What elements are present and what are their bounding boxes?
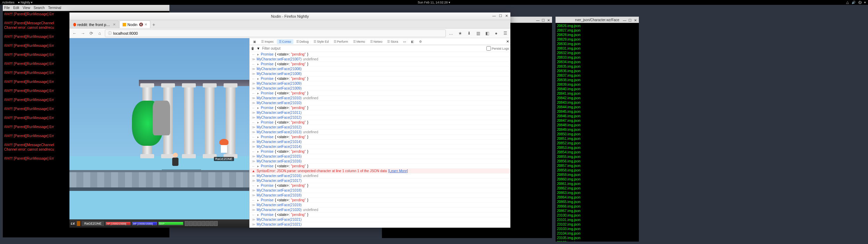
game-viewport[interactable]: Spiegelmann Monster Carnival RaGEZONE LV… (69, 38, 249, 228)
console-row-promise[interactable]: ←▸Promise { <state>: "pending" } (250, 120, 510, 125)
menu-terminal[interactable]: Terminal (48, 6, 61, 10)
console-row-call[interactable]: ≫MyCharacter.setFace(21008) (250, 67, 510, 71)
console-row-call[interactable]: ≫MyCharacter.setFace(21015) (250, 154, 510, 159)
extension-icon[interactable]: ● (493, 30, 499, 36)
minimize-button[interactable]: — (536, 18, 540, 22)
maximize-button[interactable]: ☐ (542, 18, 545, 22)
expand-icon[interactable]: ▸ (257, 164, 259, 168)
console-row-promise[interactable]: ←▸Promise { <state>: "pending" } (250, 227, 510, 228)
slot[interactable] (206, 221, 209, 226)
expand-icon[interactable]: ▸ (257, 52, 259, 56)
slot[interactable] (210, 221, 214, 226)
console-row-error[interactable]: ▲ SyntaxError: JSON.parse: unexpected ch… (250, 169, 510, 174)
console-row-call[interactable]: ≫MyCharacter.setFace(21018) (250, 193, 510, 198)
menu-search[interactable]: Search (34, 6, 45, 10)
devtools-tab-storage[interactable]: ☰ Stora (385, 39, 400, 44)
console-row-call[interactable]: ≫MyCharacter.setFace(21007) undefined (250, 57, 510, 62)
devtools-tab-network[interactable]: ☰ Netwo (368, 39, 385, 44)
browser-tab-reddit[interactable]: reddit: the front page of ... ✕ (70, 20, 119, 28)
menu-edit[interactable]: Edit (13, 6, 19, 10)
console-row-promise[interactable]: ←▸Promise { <state>: "pending" } (250, 106, 510, 110)
terminal-window-3[interactable]: rver_json/Character.wz/Face — ☐ ✕ 20826.… (556, 17, 639, 242)
reload-button[interactable]: ⟳ (88, 30, 94, 36)
menu-icon[interactable]: ☰ (502, 30, 508, 36)
console-row-promise[interactable]: ←▸Promise { <state>: "pending" } (250, 164, 510, 169)
minimize-button[interactable]: — (492, 14, 496, 19)
active-app-menu[interactable]: ● Nightly ▾ (18, 1, 33, 4)
new-tab-button[interactable]: + (150, 21, 157, 28)
expand-icon[interactable]: ▸ (257, 77, 259, 81)
console-row-promise[interactable]: ←▸Promise { <state>: "pending" } (250, 183, 510, 188)
console-row-call[interactable]: ≫MyCharacter.setFace(21009) (250, 86, 510, 91)
home-button[interactable]: ⌂ (97, 30, 103, 36)
persist-checkbox[interactable] (486, 46, 491, 51)
browser-tab-nodin[interactable]: Nodin 🔇 ✕ (119, 20, 150, 28)
mute-icon[interactable]: 🔇 (139, 23, 143, 26)
slot[interactable] (197, 221, 201, 226)
console-row-promise[interactable]: ←▸Promise { <state>: "pending" } (250, 76, 510, 81)
menu-file[interactable]: File (4, 6, 10, 10)
console-row-call[interactable]: ≫MyCharacter.setFace(21014) (250, 140, 510, 144)
expand-icon[interactable]: ▸ (257, 91, 259, 95)
devtools-tab-styleeditor[interactable]: ☰ Style Ed (311, 39, 331, 44)
console-row-call[interactable]: ≫MyCharacter.setFace(21020) undefined (250, 208, 510, 212)
filter-input[interactable] (262, 47, 485, 50)
devtools-tabstrip[interactable]: ▣ ☰ Inspec ☰ Conso ☰ Debug ☰ Style Ed ☰ … (250, 38, 510, 45)
console-log[interactable]: ←▸Promise { <state>: "pending" }≫MyChara… (250, 52, 510, 228)
page-actions-button[interactable]: … (448, 30, 454, 36)
devtools-tab-memory[interactable]: ☰ Memo (351, 39, 367, 44)
firefox-titlebar[interactable]: Nodin - Firefox Nightly — ☐ ✕ (69, 12, 510, 20)
back-button[interactable]: ← (72, 30, 78, 36)
split-console-icon[interactable]: ◧ (409, 39, 416, 44)
expand-icon[interactable]: ▸ (257, 150, 259, 153)
slot[interactable] (189, 221, 193, 226)
console-row-call[interactable]: ≫MyCharacter.setFace(21021) (250, 222, 510, 227)
player-character[interactable]: RaGEZONE (219, 139, 229, 155)
expand-icon[interactable]: ▸ (257, 198, 259, 202)
maximize-button[interactable]: ☐ (628, 18, 632, 22)
slot[interactable] (185, 221, 189, 226)
power-icon[interactable]: ⏻ (858, 1, 861, 5)
learn-more-link[interactable]: [Learn More] (388, 169, 408, 173)
downloads-icon[interactable]: ⬇ (466, 30, 472, 36)
devtools-tab-performance[interactable]: ☰ Perform (332, 39, 350, 44)
console-row-promise[interactable]: ←▸Promise { <state>: "pending" } (250, 212, 510, 217)
npc-spiegelmann[interactable] (170, 153, 181, 168)
devtools-tab-inspector[interactable]: ☰ Inspec (259, 39, 276, 44)
info-icon[interactable]: ⓘ (108, 31, 112, 36)
terminal-titlebar[interactable]: File Edit View Search Terminal (3, 5, 169, 11)
persist-logs-checkbox[interactable]: Persist Logs (486, 46, 509, 51)
console-row-call[interactable]: ≫MyCharacter.setFace(21021) (250, 217, 510, 222)
console-row-call[interactable]: ≫MyCharacter.setFace(21014) (250, 144, 510, 149)
terminal-menu[interactable]: File Edit View Search Terminal (4, 6, 61, 10)
expand-icon[interactable]: ▸ (257, 106, 259, 110)
console-row-call[interactable]: ≫MyCharacter.setFace(21019) (250, 203, 510, 208)
slot[interactable] (201, 221, 205, 226)
expand-icon[interactable]: ▸ (257, 120, 259, 124)
bookmark-star-icon[interactable]: ★ (457, 30, 463, 36)
responsive-icon[interactable]: ▭ (401, 39, 408, 44)
devtools-dock-icon[interactable]: ▣ (251, 39, 258, 44)
activities-button[interactable]: Activities (2, 1, 15, 4)
minimize-button[interactable]: — (623, 18, 626, 22)
console-row-promise[interactable]: ←▸Promise { <state>: "pending" } (250, 135, 510, 140)
terminal-title[interactable]: rver_json/Character.wz/Face — ☐ ✕ (556, 17, 639, 23)
expand-icon[interactable]: ▸ (257, 184, 259, 187)
url-bar[interactable]: ⓘ localhost:8000 (105, 30, 446, 37)
network-icon[interactable]: ⧋ (846, 1, 849, 5)
console-row-call[interactable]: ≫MyCharacter.setFace(21013) undefined (250, 130, 510, 135)
close-icon[interactable]: ✕ (113, 23, 116, 26)
console-row-call[interactable]: ≫MyCharacter.setFace(21012) (250, 115, 510, 120)
library-icon[interactable]: ▥ (475, 30, 481, 36)
firefox-window[interactable]: Nodin - Firefox Nightly — ☐ ✕ reddit: th… (69, 12, 510, 228)
devtools-close-icon[interactable]: ✕ (506, 40, 509, 43)
devtools-tab-console[interactable]: ☰ Conso (277, 39, 293, 44)
firefox-tabstrip[interactable]: reddit: the front page of ... ✕ Nodin 🔇 … (69, 20, 510, 28)
expand-icon[interactable]: ▸ (257, 135, 259, 139)
clock[interactable]: Sun Feb 11, 14:02:28 ▾ (418, 1, 450, 4)
console-row-promise[interactable]: ←▸Promise { <state>: "pending" } (250, 91, 510, 96)
console-row-call[interactable]: ≫MyCharacter.setFace(21016) (250, 159, 510, 164)
console-row-call[interactable]: ≫MyCharacter.setFace(21011) (250, 110, 510, 115)
console-row-call[interactable]: ≫MyCharacter.setFace(21010) undefined (250, 96, 510, 101)
console-row-promise[interactable]: ←▸Promise { <state>: "pending" } (250, 52, 510, 57)
